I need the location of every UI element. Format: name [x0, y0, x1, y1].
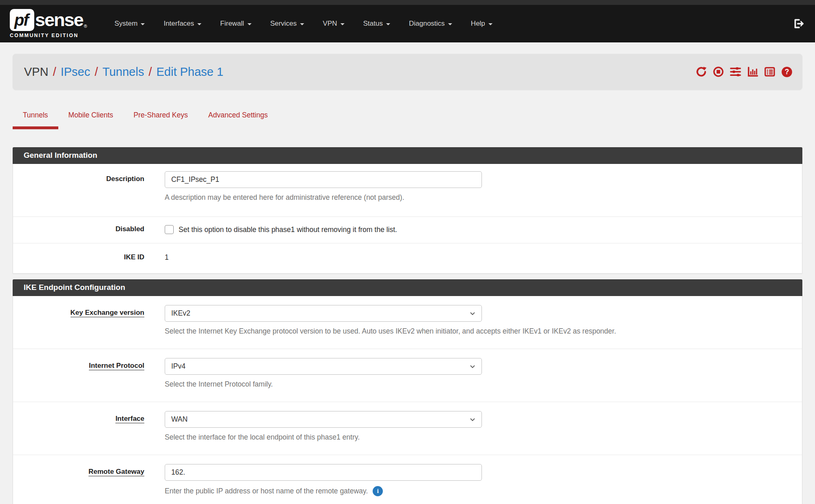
- filters-icon[interactable]: [730, 66, 741, 77]
- description-input[interactable]: [165, 171, 482, 188]
- stop-icon[interactable]: [713, 66, 724, 77]
- tab-mobile-clients[interactable]: Mobile Clients: [58, 111, 124, 129]
- nav-item-vpn[interactable]: VPN: [314, 14, 354, 33]
- description-content: A description may be entered here for ad…: [165, 171, 802, 202]
- key-exchange-version-value: IKEv2: [171, 309, 190, 318]
- tab-pre-shared-keys[interactable]: Pre-Shared Keys: [124, 111, 198, 129]
- key-exchange-version-select[interactable]: IKEv2: [165, 305, 482, 322]
- sign-out-icon[interactable]: [792, 18, 804, 30]
- remote-gateway-input[interactable]: [165, 464, 482, 481]
- nav-menu: System Interfaces Firewall Services VPN …: [105, 14, 502, 33]
- nav-item-services[interactable]: Services: [261, 14, 314, 33]
- nav-item-label: Diagnostics: [409, 20, 445, 28]
- remote-gateway-row: Remote Gateway Enter the public IP addre…: [13, 455, 802, 504]
- nav-item-label: VPN: [323, 20, 337, 28]
- ike-id-row: IKE ID 1: [13, 243, 802, 273]
- breadcrumb-edit-phase1-link[interactable]: Edit Phase 1: [156, 65, 223, 79]
- nav-item-help[interactable]: Help: [462, 14, 502, 33]
- remote-gateway-label: Remote Gateway: [88, 468, 144, 476]
- pf-logo-text: pf: [14, 11, 30, 29]
- registered-mark: ®: [84, 24, 87, 29]
- page-action-icons: ?: [696, 66, 793, 77]
- nav-item-label: Services: [270, 20, 297, 28]
- refresh-icon[interactable]: [696, 66, 707, 77]
- panel-body: Description A description may be entered…: [13, 164, 802, 274]
- key-exchange-version-help: Select the Internet Key Exchange protoco…: [165, 327, 786, 336]
- nav-item-diagnostics[interactable]: Diagnostics: [400, 14, 462, 33]
- community-edition-label: COMMUNITY EDITION: [10, 33, 87, 38]
- ike-endpoint-configuration-panel: IKE Endpoint Configuration Key Exchange …: [13, 279, 802, 504]
- key-exchange-version-content: IKEv2 Select the Internet Key Exchange p…: [165, 305, 802, 336]
- panel-body: Key Exchange version IKEv2 Select the In…: [13, 296, 802, 504]
- ike-id-value: 1: [165, 253, 786, 262]
- ike-id-label: IKE ID: [13, 253, 165, 262]
- chevron-down-icon: [386, 23, 390, 25]
- disabled-checkbox[interactable]: [165, 225, 174, 234]
- nav-item-label: Interfaces: [163, 20, 194, 28]
- nav-item-label: Firewall: [220, 20, 244, 28]
- chevron-down-icon: [448, 23, 452, 25]
- breadcrumb-separator: /: [53, 65, 56, 79]
- remote-gateway-content: Enter the public IP address or host name…: [165, 464, 802, 496]
- breadcrumb-bar: VPN / IPsec / Tunnels / Edit Phase 1 ?: [13, 54, 802, 90]
- disabled-row: Disabled Set this option to disable this…: [13, 217, 802, 243]
- interface-help: Select the interface for the local endpo…: [165, 433, 786, 442]
- internet-protocol-label-wrap: Internet Protocol: [13, 358, 165, 389]
- internet-protocol-row: Internet Protocol IPv4 Select the Intern…: [13, 349, 802, 402]
- remote-gateway-help-line: Enter the public IP address or host name…: [165, 486, 786, 496]
- interface-content: WAN Select the interface for the local e…: [165, 411, 802, 442]
- breadcrumb-tunnels-link[interactable]: Tunnels: [102, 65, 144, 79]
- interface-label: Interface: [115, 415, 144, 423]
- key-exchange-version-label-wrap: Key Exchange version: [13, 305, 165, 336]
- nav-item-firewall[interactable]: Firewall: [211, 14, 261, 33]
- chevron-down-icon: [197, 23, 201, 25]
- internet-protocol-value: IPv4: [171, 362, 186, 371]
- chevron-down-icon: [470, 364, 475, 369]
- breadcrumb-vpn: VPN: [24, 65, 49, 79]
- disabled-option-label: Set this option to disable this phase1 w…: [179, 225, 397, 234]
- chart-bar-icon[interactable]: [747, 66, 758, 77]
- nav-item-system[interactable]: System: [105, 14, 155, 33]
- nav-item-label: Help: [471, 20, 485, 28]
- remote-gateway-help: Enter the public IP address or host name…: [165, 487, 368, 495]
- panel-title: General Information: [13, 147, 802, 164]
- nav-item-interfaces[interactable]: Interfaces: [154, 14, 211, 33]
- ike-id-content: 1: [165, 253, 802, 262]
- description-help: A description may be entered here for ad…: [165, 193, 786, 202]
- chevron-down-icon: [247, 23, 252, 25]
- chevron-down-icon: [470, 417, 475, 422]
- tab-advanced-settings[interactable]: Advanced Settings: [198, 111, 278, 129]
- pfsense-logo[interactable]: pf sense ® COMMUNITY EDITION: [10, 9, 87, 38]
- remote-gateway-label-wrap: Remote Gateway: [13, 464, 165, 496]
- chevron-down-icon: [470, 311, 475, 316]
- internet-protocol-label: Internet Protocol: [89, 362, 144, 370]
- navbar: pf sense ® COMMUNITY EDITION System Inte…: [0, 5, 815, 42]
- internet-protocol-content: IPv4 Select the Internet Protocol family…: [165, 358, 802, 389]
- help-icon[interactable]: ?: [781, 66, 793, 77]
- breadcrumb-separator: /: [95, 65, 98, 79]
- pfsense-logo-row: pf sense ®: [10, 9, 87, 31]
- nav-item-label: System: [115, 20, 138, 28]
- nav-item-label: Status: [363, 20, 383, 28]
- log-list-icon[interactable]: [764, 66, 775, 77]
- sense-logo-text: sense: [35, 9, 83, 31]
- pf-logo-box: pf: [10, 9, 34, 31]
- info-icon[interactable]: i: [373, 486, 383, 496]
- navbar-top-strip: [0, 0, 815, 5]
- nav-item-status[interactable]: Status: [354, 14, 400, 33]
- general-information-panel: General Information Description A descri…: [13, 147, 802, 274]
- chevron-down-icon: [340, 23, 345, 25]
- panel-title: IKE Endpoint Configuration: [13, 279, 802, 296]
- internet-protocol-select[interactable]: IPv4: [165, 358, 482, 375]
- internet-protocol-help: Select the Internet Protocol family.: [165, 380, 786, 389]
- disabled-option: Set this option to disable this phase1 w…: [165, 225, 786, 234]
- disabled-content: Set this option to disable this phase1 w…: [165, 225, 802, 234]
- breadcrumb-ipsec-link[interactable]: IPsec: [61, 65, 91, 79]
- tab-tunnels[interactable]: Tunnels: [13, 111, 58, 129]
- chevron-down-icon: [488, 23, 493, 25]
- svg-text:?: ?: [785, 68, 789, 76]
- chevron-down-icon: [141, 23, 145, 25]
- interface-select[interactable]: WAN: [165, 411, 482, 428]
- description-row: Description A description may be entered…: [13, 164, 802, 217]
- breadcrumb: VPN / IPsec / Tunnels / Edit Phase 1: [24, 65, 223, 79]
